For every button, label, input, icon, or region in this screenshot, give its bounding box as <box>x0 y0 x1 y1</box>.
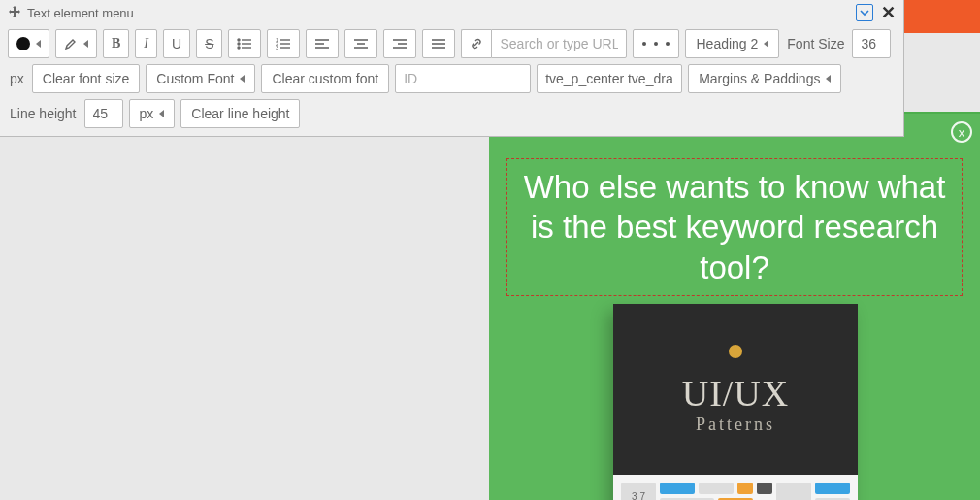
link-button[interactable] <box>461 29 491 58</box>
clear-custom-font-button[interactable]: Clear custom font <box>261 64 389 93</box>
text-color-button[interactable] <box>8 29 49 58</box>
book-cover-bottom: 3 7 <box>613 475 858 500</box>
align-left-button[interactable] <box>306 29 339 58</box>
line-height-unit-label: px <box>140 106 154 121</box>
book-subtitle: Patterns <box>682 415 790 435</box>
bold-button[interactable]: B <box>103 29 129 58</box>
strikethrough-button[interactable]: S <box>196 29 222 58</box>
line-height-unit-select[interactable]: px <box>129 99 176 128</box>
book-widget-counter: 3 7 <box>621 483 656 500</box>
more-options-button[interactable] <box>633 29 679 58</box>
top-accent-strip <box>904 0 980 33</box>
toolbar: B I U S 123 Heading 2 Font Size <box>0 23 903 136</box>
url-input[interactable] <box>491 29 627 58</box>
underline-button[interactable]: U <box>163 29 190 58</box>
line-height-input[interactable] <box>84 99 123 128</box>
highlight-color-button[interactable] <box>55 29 97 58</box>
book-cover-top: UI/UX Patterns <box>613 304 858 475</box>
numbered-list-button[interactable]: 123 <box>267 29 300 58</box>
dropdown-toggle-icon[interactable] <box>856 4 873 21</box>
preview-canvas: x Who else wants to know what is the bes… <box>489 112 980 500</box>
clear-font-size-button[interactable]: Clear font size <box>32 64 140 93</box>
font-size-unit: px <box>8 71 26 86</box>
id-input[interactable] <box>395 64 531 93</box>
text-element-menu: Text element menu ✕ B I U S 123 <box>0 0 904 137</box>
menu-title: Text element menu <box>27 6 134 20</box>
svg-point-0 <box>238 39 240 41</box>
line-height-label: Line height <box>8 106 79 121</box>
headline-text[interactable]: Who else wants to know what is the best … <box>517 167 952 287</box>
custom-font-label: Custom Font <box>156 71 234 86</box>
heading-select[interactable]: Heading 2 <box>685 29 779 58</box>
svg-point-4 <box>238 47 240 49</box>
svg-point-2 <box>238 43 240 45</box>
move-icon[interactable] <box>8 6 21 19</box>
class-input[interactable] <box>537 64 682 93</box>
margins-paddings-label: Margins & Paddings <box>699 71 820 86</box>
margins-paddings-button[interactable]: Margins & Paddings <box>688 64 841 93</box>
custom-font-button[interactable]: Custom Font <box>146 64 255 93</box>
book-title: UI/UX <box>682 372 790 415</box>
italic-button[interactable]: I <box>135 29 157 58</box>
selected-text-element[interactable]: Who else wants to know what is the best … <box>506 158 963 296</box>
clear-line-height-button[interactable]: Clear line height <box>180 99 300 128</box>
book-logo-icon <box>729 345 742 358</box>
book-mockup: UI/UX Patterns 3 7 <box>613 304 858 500</box>
align-justify-button[interactable] <box>422 29 455 58</box>
align-right-button[interactable] <box>383 29 416 58</box>
link-url-group <box>461 29 627 58</box>
menu-header: Text element menu ✕ <box>0 0 903 23</box>
heading-label: Heading 2 <box>696 36 758 51</box>
lightbox-close-icon[interactable]: x <box>951 121 972 143</box>
svg-text:3: 3 <box>276 45 278 50</box>
font-size-input[interactable] <box>852 29 891 58</box>
font-size-label: Font Size <box>785 36 846 51</box>
align-center-button[interactable] <box>344 29 377 58</box>
close-icon[interactable]: ✕ <box>879 4 898 21</box>
bullet-list-button[interactable] <box>228 29 261 58</box>
